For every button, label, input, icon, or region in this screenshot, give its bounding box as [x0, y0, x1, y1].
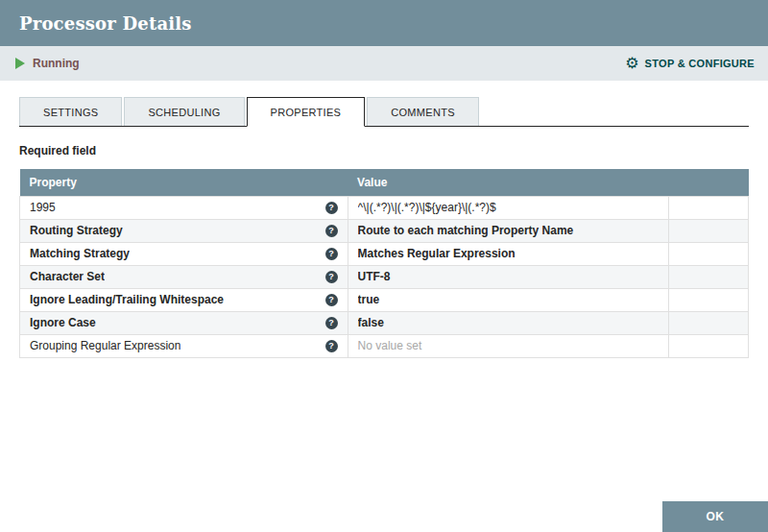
property-name: Ignore Case	[30, 316, 96, 329]
empty-cell	[668, 219, 749, 242]
help-icon[interactable]: ?	[325, 225, 338, 237]
stop-configure-button[interactable]: ⚙ STOP & CONFIGURE	[625, 56, 755, 71]
help-icon[interactable]: ?	[325, 271, 338, 283]
column-header-value: Value	[348, 169, 668, 196]
table-row: 1995 ? ^\|(.*?)\|(.*?)\|${year}\|(.*?)$	[20, 196, 749, 219]
empty-cell	[668, 265, 749, 288]
table-header-row: Property Value	[20, 169, 749, 196]
table-row: Grouping Regular Expression ? No value s…	[20, 334, 749, 357]
property-value: false	[358, 316, 659, 329]
empty-cell	[668, 334, 749, 357]
running-play-icon	[15, 58, 25, 69]
property-name: Routing Strategy	[30, 224, 123, 237]
processor-details-dialog: Processor Details Running ⚙ STOP & CONFI…	[0, 0, 768, 358]
help-icon[interactable]: ?	[325, 202, 338, 214]
empty-cell	[668, 288, 749, 311]
property-name: Ignore Leading/Trailing Whitespace	[30, 293, 224, 306]
tab-comments[interactable]: COMMENTS	[367, 97, 479, 126]
dialog-title: Processor Details	[19, 13, 192, 34]
dialog-header: Processor Details	[0, 0, 768, 46]
stop-configure-gear-icon: ⚙	[625, 56, 638, 71]
empty-cell	[668, 196, 749, 219]
ok-button[interactable]: OK	[662, 501, 768, 532]
tab-bar: SETTINGS SCHEDULING PROPERTIES COMMENTS	[19, 97, 749, 127]
running-state-label: Running	[33, 57, 80, 70]
property-name: Matching Strategy	[30, 247, 130, 260]
help-icon[interactable]: ?	[325, 294, 338, 306]
status-bar: Running ⚙ STOP & CONFIGURE	[0, 46, 768, 81]
table-row: Ignore Leading/Trailing Whitespace ? tru…	[20, 288, 749, 311]
table-row: Routing Strategy ? Route to each matchin…	[20, 219, 749, 242]
property-name: 1995	[30, 201, 56, 214]
table-row: Character Set ? UTF-8	[20, 265, 749, 288]
property-value: UTF-8	[358, 270, 659, 283]
tab-settings[interactable]: SETTINGS	[19, 97, 122, 126]
table-row: Matching Strategy ? Matches Regular Expr…	[20, 242, 749, 265]
property-name: Grouping Regular Expression	[30, 339, 180, 352]
empty-cell	[668, 242, 749, 265]
dialog-content: SETTINGS SCHEDULING PROPERTIES COMMENTS …	[0, 81, 768, 358]
tab-properties[interactable]: PROPERTIES	[247, 97, 366, 127]
column-header-extra	[668, 169, 749, 196]
empty-cell	[668, 311, 749, 334]
tab-scheduling[interactable]: SCHEDULING	[124, 97, 244, 126]
required-field-label: Required field	[19, 144, 749, 157]
processor-state: Running	[15, 57, 80, 70]
property-name: Character Set	[30, 270, 105, 283]
property-value: true	[358, 293, 659, 306]
property-value: ^\|(.*?)\|(.*?)\|${year}\|(.*?)$	[358, 201, 659, 214]
help-icon[interactable]: ?	[325, 317, 338, 329]
properties-table: Property Value 1995 ? ^\|(.*?)\|(.*?)\|$…	[19, 169, 749, 358]
properties-table-body: 1995 ? ^\|(.*?)\|(.*?)\|${year}\|(.*?)$ …	[20, 196, 749, 357]
property-value: Route to each matching Property Name	[358, 224, 659, 237]
table-row: Ignore Case ? false	[20, 311, 749, 334]
help-icon[interactable]: ?	[325, 248, 338, 260]
stop-configure-label: STOP & CONFIGURE	[645, 58, 755, 69]
column-header-property: Property	[20, 169, 348, 196]
property-value: No value set	[358, 339, 659, 352]
property-value: Matches Regular Expression	[358, 247, 659, 260]
help-icon[interactable]: ?	[325, 340, 338, 352]
